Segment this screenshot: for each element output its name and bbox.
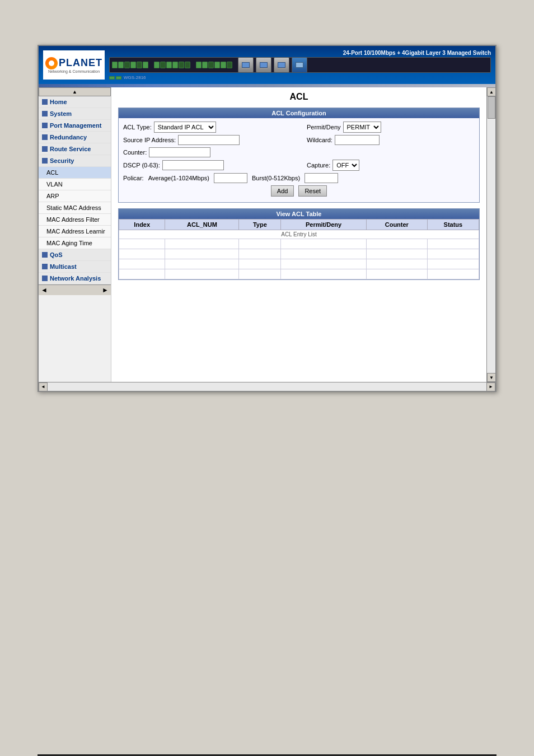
wildcard-col: Wildcard: [296,135,475,145]
sidebar-item-route-service[interactable]: Route Service [39,143,111,155]
acl-type-label: ACL Type: [123,124,152,130]
scroll-down-btn[interactable]: ▼ [487,373,495,382]
sidebar-item-mac-filter[interactable]: MAC Address Filter [39,214,111,226]
average-input[interactable] [214,173,247,183]
acl-config-header: ACL Configuration [119,108,479,118]
policar-row: Policar: Average(1-1024Mbps) Burst(0-512… [123,173,475,183]
capture-col: Capture: OFF ON [296,160,475,171]
icon-buttons [238,57,307,73]
sidebar-item-network-analysis[interactable]: Network Analysis [39,273,111,284]
sidebar-item-port-management[interactable]: Port Management [39,120,111,132]
device-icon-4[interactable] [292,57,307,73]
table-row-empty-2 [119,249,479,259]
capture-select[interactable]: OFF ON [332,160,359,171]
port [179,62,184,68]
scroll-thumb[interactable] [488,96,495,119]
sidebar-item-vlan[interactable]: VLAN [39,179,111,190]
sidebar-item-mac-aging[interactable]: MAC Aging Time [39,237,111,249]
sidebar-right-arrow[interactable]: ► [102,286,109,294]
source-ip-label: Source IP Address: [123,137,176,143]
sidebar-item-redundancy[interactable]: Redundancy [39,132,111,143]
acl-config-panel: ACL Configuration ACL Type: Standard IP … [118,108,480,203]
source-ip-input[interactable] [178,135,240,145]
table-row-empty-3 [119,259,479,269]
port [196,62,202,68]
sidebar-item-multicast[interactable]: Multicast [39,261,111,273]
hscroll-right-btn[interactable]: ► [486,382,495,391]
wildcard-input[interactable] [335,135,380,145]
security-icon [42,158,48,164]
sidebar-scroll-up[interactable]: ▲ [39,87,111,96]
add-button[interactable]: Add [271,185,294,197]
dscp-col: DSCP (0-63): [123,160,291,170]
sidebar-item-arp[interactable]: ARP [39,190,111,202]
source-ip-row: Source IP Address: Wildcard: [123,135,475,145]
sidebar-item-home[interactable]: Home [39,96,111,108]
port [143,62,148,68]
port [221,62,226,68]
route-icon [42,146,48,152]
acl-entry-list-row: ACL Entry List [119,230,479,239]
system-icon [42,111,48,116]
content-scrollbar: ▲ ▼ [486,87,495,382]
logo-tagline: Networking & Communication [48,69,100,73]
dscp-label: DSCP (0-63): [123,162,160,169]
port [160,62,166,68]
port [208,62,214,68]
permit-deny-label: Permit/Deny [307,124,341,130]
sidebar-item-acl[interactable]: ACL [39,167,111,179]
port [227,62,232,68]
hscroll-left-btn[interactable]: ◄ [39,382,48,391]
sidebar-item-mac-learning[interactable]: MAC Address Learnir [39,226,111,237]
sidebar-item-system[interactable]: System [39,108,111,120]
reset-button[interactable]: Reset [298,185,327,197]
permit-deny-select[interactable]: PERMIT DENY [343,122,381,133]
device-icon-2[interactable] [256,57,271,73]
logo-area: PLANET Networking & Communication [43,50,105,80]
device-icon-3[interactable] [274,57,289,73]
permit-deny-col: Permit/Deny PERMIT DENY [296,122,475,133]
redundancy-icon [42,134,48,140]
col-permit-deny: Permit/Deny [281,220,367,230]
acl-type-select[interactable]: Standard IP ACL Extended IP ACL MAC ACL [154,122,216,133]
bottom-scrollbar: ◄ ► [39,382,495,391]
port [172,62,178,68]
capture-label: Capture: [307,162,330,169]
sidebar-item-static-mac[interactable]: Static MAC Address [39,202,111,214]
average-label: Average(1-1024Mbps) [148,175,209,181]
burst-input[interactable] [305,173,338,183]
counter-col: Counter: [123,147,291,157]
scroll-up-btn[interactable]: ▲ [487,87,495,96]
acl-table-header: View ACL Table [119,209,479,219]
sidebar-left-arrow[interactable]: ◄ [41,286,48,294]
hscroll-track [48,382,486,391]
sidebar-item-security[interactable]: Security [39,155,111,167]
acl-type-col: ACL Type: Standard IP ACL Extended IP AC… [123,122,291,133]
banner: PLANET Networking & Communication 24-Por… [39,46,495,84]
device-icon-1[interactable] [238,57,254,73]
acl-table: Index ACL_NUM Type Permit/Deny Counter S… [119,219,479,279]
port [185,62,190,68]
port [124,62,130,68]
sidebar-scroll-arrows: ◄ ► [39,284,111,295]
source-ip-col: Source IP Address: [123,135,291,145]
dscp-input[interactable] [162,160,224,170]
port [214,62,220,68]
table-row-empty-4 [119,269,479,279]
dscp-row: DSCP (0-63): Capture: OFF ON [123,160,475,171]
port [118,62,124,68]
acl-type-row: ACL Type: Standard IP ACL Extended IP AC… [123,122,475,133]
sidebar-item-qos[interactable]: QoS [39,249,111,261]
col-status: Status [427,220,479,230]
port [202,62,208,68]
burst-label: Burst(0-512Kbps) [252,175,300,181]
home-icon [42,99,48,105]
port [137,62,142,68]
port [154,62,160,68]
col-index: Index [119,220,165,230]
counter-input[interactable] [149,147,210,157]
page-title: ACL [118,92,480,102]
wildcard-label: Wildcard: [307,137,332,143]
acl-entry-list-label: ACL Entry List [119,230,479,239]
counter-row: Counter: [123,147,475,157]
